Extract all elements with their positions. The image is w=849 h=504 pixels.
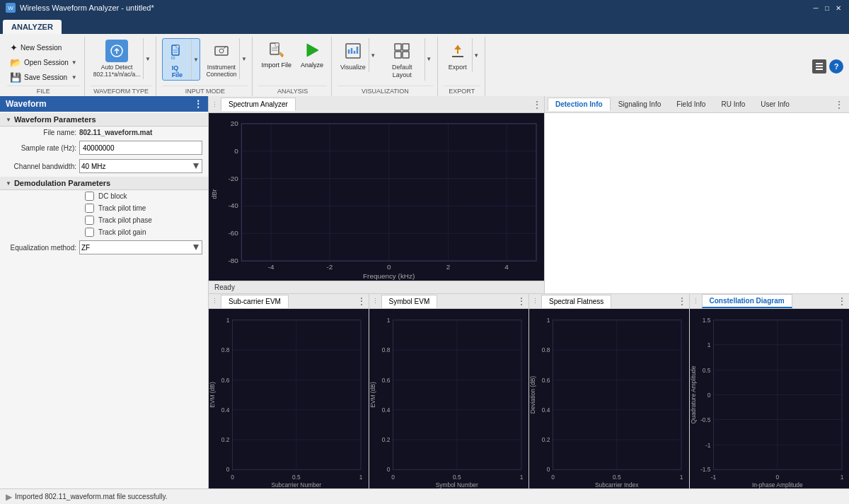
svg-rect-100 (529, 309, 689, 488)
track-pilot-phase-label: Track pilot phase (98, 216, 152, 224)
svg-rect-28 (816, 66, 823, 67)
ribbon-tab-analyzer[interactable]: ANALYZER (3, 20, 62, 34)
default-layout-main[interactable]: Default Layout (380, 38, 424, 81)
iq-file-main[interactable]: IQ IQFile (163, 39, 191, 80)
spectrum-menu-button[interactable]: ⋮ (533, 100, 541, 110)
svg-text:1: 1 (547, 317, 550, 324)
detection-info-tab[interactable]: Detection Info (548, 98, 611, 111)
open-session-arrow: ▼ (71, 59, 77, 66)
sample-rate-input[interactable] (79, 141, 202, 155)
analysis-label: ANALYSIS (258, 86, 327, 95)
instrument-connection-main[interactable]: InstrumentConnection (203, 38, 239, 79)
window-controls[interactable]: ─ □ ✕ (811, 3, 843, 13)
spectral-flatness-tab[interactable]: Spectral Flatness (541, 295, 611, 308)
svg-text:0.8: 0.8 (221, 347, 230, 354)
panel-menu-icon[interactable]: ⋮ (194, 99, 202, 109)
import-file-label: Import File (261, 61, 291, 69)
track-pilot-gain-checkbox[interactable] (85, 228, 94, 237)
symbol-evm-tab[interactable]: Symbol EVM (381, 295, 438, 308)
iq-file-label: IQFile (172, 64, 183, 78)
visualize-dropdown[interactable]: ▼ (369, 38, 377, 72)
analyze-button[interactable]: Analyze (297, 38, 327, 71)
track-pilot-time-row: Track pilot time (0, 202, 208, 214)
svg-text:0: 0 (386, 467, 390, 474)
ribbon-collapse-button[interactable] (812, 59, 826, 74)
demod-params-label: Demodulation Parameters (14, 179, 110, 187)
svg-text:-1: -1 (710, 474, 716, 481)
default-layout-dropdown[interactable]: ▼ (424, 38, 433, 81)
svg-text:0: 0 (387, 264, 391, 271)
help-button[interactable]: ? (829, 59, 843, 74)
export-main[interactable]: Export (444, 38, 472, 72)
channel-bw-label: Channel bandwidth: (6, 163, 76, 170)
visualize-split-btn[interactable]: Visualize ▼ (337, 38, 377, 72)
svg-text:1: 1 (226, 317, 230, 324)
svg-marker-25 (454, 45, 461, 49)
field-info-tab[interactable]: Field Info (669, 98, 713, 111)
svg-rect-21 (403, 44, 409, 50)
spectrum-status-text: Ready (214, 283, 235, 291)
minimize-button[interactable]: ─ (811, 3, 821, 13)
subcarrier-evm-menu[interactable]: ⋮ (357, 296, 366, 306)
svg-text:20: 20 (231, 119, 238, 127)
iq-file-split-btn[interactable]: IQ IQFile ▼ (162, 38, 200, 81)
spectrum-tab[interactable]: Spectrum Analyzer (221, 98, 296, 111)
svg-text:-60: -60 (229, 230, 238, 237)
auto-detect-dropdown[interactable]: ▼ (143, 38, 151, 79)
import-file-button[interactable]: Import File (258, 38, 294, 71)
import-file-icon (267, 40, 287, 60)
svg-text:0.2: 0.2 (221, 436, 230, 443)
auto-detect-main[interactable]: Auto Detect802.11*a/n/ac/a... (91, 38, 144, 79)
track-pilot-phase-checkbox[interactable] (85, 216, 94, 225)
subcarrier-evm-tab[interactable]: Sub-carrier EVM (221, 295, 289, 308)
signaling-info-tab[interactable]: Signaling Info (611, 98, 669, 111)
constellation-menu[interactable]: ⋮ (838, 296, 846, 306)
svg-text:In-phase Amplitude: In-phase Amplitude (751, 481, 802, 488)
default-layout-split-btn[interactable]: Default Layout ▼ (380, 38, 433, 81)
close-button[interactable]: ✕ (833, 3, 843, 13)
default-layout-icon (391, 40, 413, 62)
spectral-flatness-chart: 1 0.8 0.6 0.4 0.2 0 0 0.5 1 Subcarrier I… (529, 309, 689, 488)
auto-detect-label: Auto Detect802.11*a/n/ac/a... (93, 64, 141, 78)
open-session-button[interactable]: 📂 Open Session ▼ (7, 56, 80, 69)
visualize-label: Visualize (340, 64, 366, 71)
eq-method-select[interactable]: ZF MMSE (79, 240, 202, 254)
user-info-tab[interactable]: User Info (753, 98, 797, 111)
save-session-arrow: ▼ (71, 74, 77, 81)
track-pilot-time-label: Track pilot time (98, 204, 146, 212)
constellation-tab[interactable]: Constellation Diagram (702, 294, 792, 308)
svg-point-8 (219, 49, 224, 53)
svg-text:-4: -4 (268, 264, 275, 271)
save-session-button[interactable]: 💾 Save Session ▼ (7, 71, 80, 84)
demod-params-section[interactable]: Demodulation Parameters (0, 177, 208, 190)
svg-text:IQ: IQ (171, 56, 175, 59)
analyze-label: Analyze (301, 61, 323, 69)
visualize-main[interactable]: Visualize (337, 38, 369, 72)
export-split-btn[interactable]: Export ▼ (444, 38, 480, 72)
right-area: ⋮ Spectrum Analyzer ⋮ (209, 96, 849, 488)
instrument-dropdown[interactable]: ▼ (239, 38, 248, 79)
dc-block-checkbox[interactable] (85, 192, 94, 201)
svg-text:-20: -20 (229, 175, 238, 182)
auto-detect-split-btn[interactable]: Auto Detect802.11*a/n/ac/a... ▼ (91, 38, 152, 79)
ru-info-tab[interactable]: RU Info (713, 98, 753, 111)
instrument-icon (210, 40, 233, 62)
new-session-button[interactable]: ✦ New Session (7, 41, 80, 54)
svg-text:0.5: 0.5 (702, 367, 710, 374)
panel-title: Waveform (6, 99, 47, 109)
info-menu-button[interactable]: ⋮ (832, 100, 846, 110)
channel-bw-select[interactable]: 40 MHz 20 MHz 80 MHz 160 MHz (79, 159, 202, 173)
instrument-connection-split-btn[interactable]: InstrumentConnection ▼ (203, 38, 248, 79)
symbol-evm-menu[interactable]: ⋮ (517, 296, 526, 306)
spectral-flatness-menu[interactable]: ⋮ (678, 296, 686, 306)
waveform-params-section[interactable]: Waveform Parameters (0, 113, 208, 127)
info-panel: Detection Info Signaling Info Field Info… (545, 96, 849, 293)
export-dropdown[interactable]: ▼ (472, 38, 480, 72)
svg-text:1: 1 (840, 474, 843, 481)
maximize-button[interactable]: □ (822, 3, 832, 13)
file-name-label: File name: (6, 129, 76, 136)
track-pilot-time-checkbox[interactable] (85, 204, 94, 213)
app-icon: W (6, 3, 16, 13)
track-pilot-phase-row: Track pilot phase (0, 214, 208, 226)
iq-file-dropdown[interactable]: ▼ (191, 39, 200, 80)
